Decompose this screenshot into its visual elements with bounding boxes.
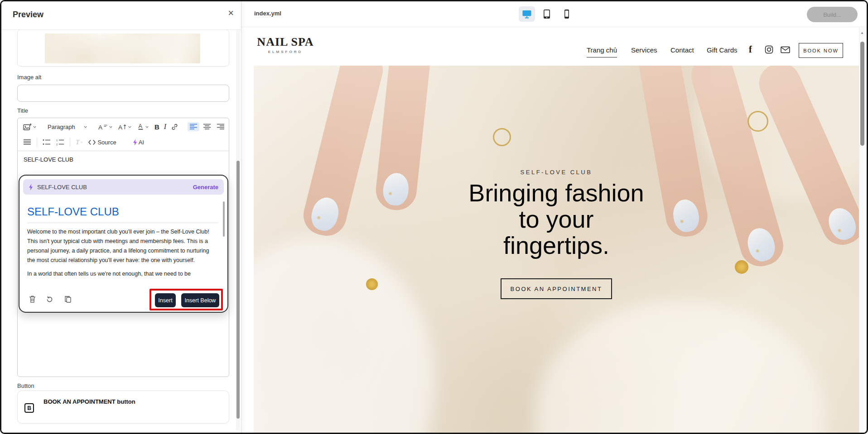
desktop-icon — [521, 9, 532, 19]
desktop-view-button[interactable] — [519, 6, 535, 22]
book-appointment-button[interactable]: BOOK AN APPOINTMENT — [501, 278, 612, 299]
justify-icon — [23, 139, 31, 145]
bulleted-list-button[interactable] — [41, 138, 53, 147]
nav-link-services[interactable]: Services — [631, 46, 657, 54]
preview-panel: Preview × Image alt Title Paragraph — [1, 1, 241, 433]
copy-button[interactable] — [63, 294, 73, 304]
chevron-down-icon — [128, 125, 132, 129]
ai-suggestion-card: SELF-LOVE CLUB Generate SELF-LOVE CLUB W… — [19, 175, 228, 313]
logo-subtext: ELMSFORD — [256, 50, 315, 54]
preview-panel-header: Preview × — [1, 1, 241, 30]
hero-section: SELF-LOVE CLUB Bringing fashion to your … — [254, 66, 859, 434]
svg-text:2: 2 — [56, 143, 58, 146]
paragraph-style-dropdown[interactable]: Paragraph — [46, 122, 89, 132]
align-right-button[interactable] — [215, 122, 227, 131]
remove-format-button[interactable]: T× — [74, 137, 84, 148]
image-field-preview[interactable] — [17, 29, 229, 67]
tablet-icon — [542, 9, 551, 19]
suggestion-paragraph: In a world that often tells us we're not… — [27, 269, 218, 279]
preview-scrollbar-thumb[interactable] — [860, 42, 864, 146]
justify-button[interactable] — [21, 138, 33, 147]
hero-eyebrow: SELF-LOVE CLUB — [254, 169, 859, 176]
mobile-view-button[interactable] — [559, 6, 575, 22]
nav-link-contact[interactable]: Contact — [670, 46, 694, 54]
line-height-dropdown[interactable]: A — [116, 122, 134, 132]
image-upload-icon — [23, 123, 32, 131]
align-center-button[interactable] — [201, 122, 213, 131]
italic-button[interactable]: I — [163, 123, 167, 131]
lightning-bolt-icon — [133, 139, 138, 146]
editor-content-text[interactable]: SELF-LOVE CLUB — [24, 156, 73, 163]
filename-label: index.yml — [254, 10, 281, 17]
generate-link[interactable]: Generate — [193, 184, 218, 191]
app-window: Preview × Image alt Title Paragraph — [0, 0, 868, 434]
facebook-icon[interactable]: f — [749, 44, 752, 55]
gold-ring-decoration — [493, 128, 511, 146]
book-now-button[interactable]: BOOK NOW — [799, 43, 843, 58]
gold-fleck-decoration — [735, 260, 748, 274]
nav-link-home[interactable]: Trang chủ — [587, 46, 617, 57]
delete-suggestion-button[interactable] — [27, 294, 37, 304]
panel-title: Preview — [13, 10, 43, 19]
svg-text:1: 1 — [56, 139, 58, 142]
device-toggle-group — [519, 6, 575, 22]
preview-scrollbar-track[interactable]: ▲ — [859, 27, 865, 433]
instagram-icon[interactable] — [765, 45, 773, 56]
site-header: NAIL SPA ELMSFORD Trang chủ Services Con… — [241, 27, 859, 66]
line-height-icon: A — [118, 124, 127, 130]
font-size-dropdown[interactable]: A — [96, 122, 115, 132]
font-color-icon: A — [137, 123, 144, 130]
gold-fleck-decoration — [366, 278, 378, 290]
refresh-icon — [46, 296, 53, 303]
svg-text:A: A — [139, 123, 143, 129]
mobile-icon — [563, 9, 570, 19]
ai-suggestion-content: SELF-LOVE CLUB Welcome to the most impor… — [27, 198, 218, 290]
build-button[interactable]: Build... — [807, 7, 858, 22]
scroll-up-arrow[interactable]: ▲ — [860, 31, 864, 35]
logo-text: NAIL SPA — [256, 35, 315, 49]
ai-prompt-label: SELF-LOVE CLUB — [37, 184, 189, 191]
font-size-icon: A — [98, 124, 108, 130]
divider — [27, 223, 218, 223]
insert-image-button[interactable] — [21, 122, 39, 132]
button-block-icon: B — [24, 403, 34, 413]
font-color-dropdown[interactable]: A — [135, 122, 151, 132]
title-label: Title — [17, 107, 28, 114]
button-field-item[interactable]: B BOOK AN APPOINTMENT button — [17, 391, 229, 424]
chevron-down-icon — [83, 125, 87, 129]
hero-title-line: to your — [254, 206, 859, 232]
hero-title: Bringing fashion to your fingertips. — [254, 180, 859, 258]
ai-content-scrollbar[interactable] — [223, 201, 225, 237]
panel-scrollbar-thumb[interactable] — [236, 161, 240, 419]
lightning-bolt-icon — [29, 184, 34, 191]
align-left-icon — [189, 124, 198, 130]
suggestion-heading: SELF-LOVE CLUB — [27, 205, 218, 218]
source-button[interactable]: Source — [86, 138, 118, 147]
copy-icon — [64, 296, 72, 303]
regenerate-button[interactable] — [44, 294, 54, 304]
tablet-view-button[interactable] — [539, 6, 555, 22]
image-alt-label: Image alt — [17, 74, 41, 81]
close-icon[interactable]: × — [228, 8, 234, 18]
bulleted-list-icon — [43, 139, 51, 145]
ai-card-header: SELF-LOVE CLUB Generate — [23, 179, 224, 195]
editor-toolbar: Paragraph A A A — [18, 118, 229, 151]
mail-icon[interactable] — [781, 46, 790, 55]
image-alt-input[interactable] — [17, 85, 229, 102]
svg-text:A: A — [118, 124, 122, 130]
image-thumbnail — [45, 33, 200, 63]
link-button[interactable] — [169, 122, 180, 132]
ai-button[interactable]: AI — [131, 138, 146, 147]
hero-title-line: fingertips. — [254, 232, 859, 258]
site-logo[interactable]: NAIL SPA ELMSFORD — [256, 35, 315, 54]
numbered-list-button[interactable]: 12 — [54, 138, 66, 147]
nav-link-gift-cards[interactable]: Gift Cards — [707, 46, 738, 54]
insert-button[interactable]: Insert — [155, 293, 176, 307]
align-left-button[interactable] — [188, 122, 199, 131]
source-code-icon — [88, 139, 96, 146]
silk-fold-decoration — [254, 238, 435, 434]
insert-below-button[interactable]: Insert Below — [181, 293, 219, 307]
bold-button[interactable]: B — [153, 122, 161, 132]
chevron-down-icon — [109, 125, 113, 129]
gold-ring-decoration — [747, 111, 768, 132]
